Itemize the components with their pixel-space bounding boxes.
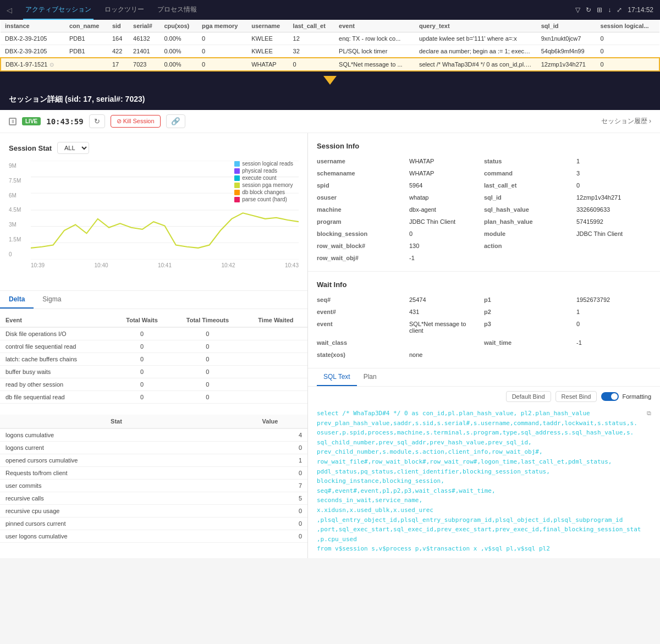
legend-dot-parse — [234, 197, 240, 202]
info-label: module — [484, 229, 572, 238]
info-value: WHATAP — [405, 169, 484, 178]
download-icon[interactable]: ↓ — [608, 6, 611, 14]
cell-stat-name: recursive calls — [0, 492, 233, 505]
cell-username: KWLEE — [247, 32, 288, 45]
link-button[interactable]: 🔗 — [166, 114, 185, 128]
chart-legend: session logical reads physical reads exe… — [234, 161, 293, 203]
tab-delta[interactable]: Delta — [0, 291, 34, 309]
refresh-session-button[interactable]: ↻ — [89, 114, 105, 128]
stats-table: Stat Value logons cumulative 4 logons cu… — [0, 415, 307, 543]
legend-dot-execute — [234, 175, 240, 181]
cell-logical: 0 — [596, 45, 659, 58]
cell-logical: 0 — [596, 58, 659, 71]
cell-last_call: 12 — [289, 32, 335, 45]
cell-wait-timeouts: 0 — [171, 353, 244, 366]
session-time-display: 10:43:59 — [46, 117, 83, 126]
session-table-row[interactable]: DBX-2-39-2105 PDB1 164 46132 0.00% 0 KWL… — [1, 32, 659, 45]
cell-wait-waits: 0 — [113, 327, 171, 340]
grid-icon[interactable]: ⊞ — [597, 6, 602, 14]
x-label-1039: 10:39 — [31, 262, 45, 268]
legend-block-changes: db block changes — [234, 189, 293, 195]
stat-table-row: logons cumulative 4 — [0, 428, 307, 442]
info-value: whatap — [405, 193, 484, 202]
tab-process-info[interactable]: プロセス情報 — [155, 1, 199, 20]
wait-table-row: control file sequential read 0 0 — [0, 340, 307, 353]
wait-table-header: Event Total Waits Total Timeouts Time Wa… — [0, 313, 307, 327]
stat-col-stat: Stat — [0, 415, 233, 428]
tab-lock-tree[interactable]: ロックツリー — [102, 1, 146, 20]
cell-serial: 7023 — [129, 58, 160, 71]
cell-wait-event: control file sequential read — [0, 340, 113, 353]
stat-table-row: logons current 0 — [0, 442, 307, 454]
session-table-row[interactable]: DBX-1-97-1521⊙ 17 7023 0.00% 0 WHATAP 0 … — [1, 58, 659, 71]
chart-area: 9M 7.5M 6M 4.5M 3M 1.5M 0 — [9, 161, 299, 282]
sql-tab-bar: SQL Text Plan — [308, 368, 660, 387]
filter-icon[interactable]: ▽ — [575, 6, 580, 14]
col-serial: serial# — [129, 20, 160, 32]
session-stat-section: Session Stat ALL 9M 7.5M 6M 4.5M 3M 1.5M… — [0, 133, 307, 291]
reset-bind-button[interactable]: Reset Bind — [556, 391, 597, 402]
copy-icon[interactable]: ⧉ — [647, 409, 651, 419]
wait-events-table: Event Total Waits Total Timeouts Time Wa… — [0, 313, 307, 404]
wait-info-value: none — [405, 350, 484, 359]
wait-info-value: 0 — [572, 320, 651, 335]
refresh-icon[interactable]: ↻ — [586, 6, 591, 14]
wait-info-label: p2 — [484, 307, 572, 316]
wait-info-label: wait_time — [484, 338, 572, 347]
cell-wait-event: latch: cache buffers chains — [0, 353, 113, 366]
legend-execute: execute count — [234, 175, 293, 181]
cell-stat-name: user commits — [0, 480, 233, 492]
wait-info-label: wait_class — [317, 338, 405, 347]
pause-button[interactable]: ⏸ — [9, 118, 16, 125]
wait-info-value: -1 — [572, 338, 651, 347]
kill-session-button[interactable]: ⊘ Kill Session — [111, 115, 161, 128]
cell-stat-name: logons current — [0, 442, 233, 454]
cell-sid: 17 — [108, 58, 129, 71]
x-label-1042: 10:42 — [221, 262, 235, 268]
cell-cpu: 0.00% — [160, 58, 197, 71]
wait-table-row: latch: cache buffers chains 0 0 — [0, 353, 307, 366]
wait-info-value — [405, 338, 484, 347]
info-label: program — [317, 217, 405, 226]
session-arrow-indicator — [0, 71, 660, 89]
info-label: row_wait_obj# — [317, 254, 405, 262]
info-label: plan_hash_value — [484, 217, 572, 226]
cell-stat-value: 0 — [233, 505, 307, 518]
y-label-0: 0 — [9, 251, 21, 257]
cell-sql_id: 9xn1nukt0jcw7 — [537, 32, 596, 45]
formatting-toggle-switch[interactable] — [601, 392, 619, 401]
wait-info-value: 1952673792 — [572, 295, 651, 304]
wait-info-grid: seq#25474p11952673792event#431p21eventSQ… — [317, 295, 651, 359]
legend-label-block: db block changes — [242, 189, 285, 195]
cell-wait-timeouts: 0 — [171, 340, 244, 353]
session-history-link[interactable]: セッション履歴 › — [601, 117, 651, 126]
info-value: 130 — [405, 241, 484, 250]
tab-sigma[interactable]: Sigma — [34, 291, 70, 309]
session-detail-header: セッション詳細 (sid: 17, serial#: 7023) — [0, 89, 660, 110]
wait-info-title: Wait Info — [317, 280, 651, 289]
wait-info-value: 431 — [405, 307, 484, 316]
cell-logical: 0 — [596, 32, 659, 45]
expand-icon[interactable]: ⤢ — [617, 6, 622, 14]
info-label: osuser — [317, 193, 405, 202]
nav-arrow-icon: ◁ — [7, 6, 12, 14]
col-event: event — [334, 20, 415, 32]
sql-tab-text[interactable]: SQL Text — [317, 368, 357, 386]
left-panel: Session Stat ALL 9M 7.5M 6M 4.5M 3M 1.5M… — [0, 133, 308, 558]
col-cpu: cpu(xos) — [160, 20, 197, 32]
info-value: -1 — [405, 254, 484, 262]
session-table-wrap: instance con_name sid serial# cpu(xos) p… — [0, 20, 660, 71]
tab-active-sessions[interactable]: アクティブセッション — [23, 1, 94, 20]
stat-table-row: Requests to/from client 0 — [0, 467, 307, 480]
default-bind-button[interactable]: Default Bind — [506, 391, 551, 402]
cell-last_call: 0 — [289, 58, 335, 71]
wait-info-value — [572, 350, 651, 359]
sql-tab-plan[interactable]: Plan — [357, 368, 383, 386]
session-table-row[interactable]: DBX-2-39-2105 PDB1 422 21401 0.00% 0 KWL… — [1, 45, 659, 58]
cell-query: declare aa number; begin aa := 1; execut… — [415, 45, 537, 58]
cell-instance: DBX-2-39-2105 — [1, 32, 65, 45]
info-value — [572, 254, 651, 262]
stat-dropdown[interactable]: ALL — [57, 142, 89, 154]
wait-col-waits: Total Waits — [113, 313, 171, 327]
cell-stat-name: user logons cumulative — [0, 530, 233, 543]
